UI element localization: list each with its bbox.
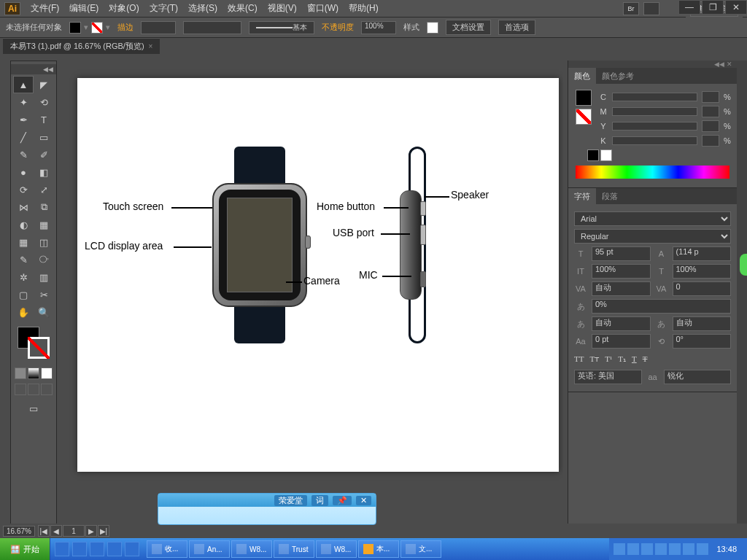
eraser-tool[interactable]: ◧: [34, 163, 54, 181]
blend-tool[interactable]: ⧂: [34, 251, 54, 268]
yellow-slider[interactable]: [612, 122, 697, 131]
pencil-tool[interactable]: ✐: [34, 146, 54, 163]
tray-icon[interactable]: [614, 543, 625, 555]
yellow-value[interactable]: [702, 120, 719, 132]
horizontal-scale[interactable]: 100%: [673, 264, 732, 279]
stroke-weight[interactable]: [141, 21, 176, 34]
mesh-tool[interactable]: ▦: [13, 233, 34, 251]
task-button[interactable]: An...: [189, 540, 230, 558]
tray-icon[interactable]: [697, 543, 708, 555]
lasso-tool[interactable]: ⟲: [34, 93, 54, 111]
stroke-profile[interactable]: 基本: [249, 21, 314, 34]
baseline-shift[interactable]: 0 pt: [592, 334, 651, 349]
screen-mode-full[interactable]: [28, 384, 39, 395]
perspective-tool[interactable]: ▦: [34, 216, 54, 233]
free-transform-tool[interactable]: ⧉: [34, 198, 54, 216]
restore-button[interactable]: ❐: [702, 0, 724, 15]
canvas[interactable]: Touch screen LCD display area Camera Hom…: [61, 61, 563, 538]
width-tool[interactable]: ⋈: [13, 198, 34, 216]
tools-collapse-icon[interactable]: ◀◀: [11, 64, 56, 74]
superscript-button[interactable]: T¹: [605, 354, 612, 364]
opacity-value[interactable]: 100%: [361, 21, 396, 34]
black-value[interactable]: [702, 135, 719, 147]
blob-brush-tool[interactable]: ●: [13, 163, 34, 181]
pen-tool[interactable]: ✒: [13, 111, 34, 128]
paintbrush-tool[interactable]: ✎: [13, 146, 34, 163]
font-weight[interactable]: Regular: [574, 229, 731, 244]
tab-character[interactable]: 字符: [568, 188, 596, 204]
ql-app1-icon[interactable]: [72, 542, 87, 556]
rotate-tool[interactable]: ⟳: [13, 181, 34, 198]
color-spectrum[interactable]: [576, 166, 729, 179]
task-button[interactable]: Trust: [274, 540, 314, 558]
leading[interactable]: (114 p: [673, 246, 732, 261]
task-button[interactable]: W8...: [231, 540, 272, 558]
menu-text[interactable]: 文字(T): [150, 2, 178, 15]
fill-swatch[interactable]: [69, 22, 81, 34]
screen-mode-presentation[interactable]: [41, 384, 53, 395]
menu-edit[interactable]: 编辑(E): [69, 2, 98, 15]
stroke-color[interactable]: [28, 337, 50, 359]
tab-color-guide[interactable]: 颜色参考: [596, 68, 640, 84]
shape-builder-tool[interactable]: ◐: [13, 216, 34, 233]
hand-tool[interactable]: ✋: [13, 303, 34, 321]
task-button[interactable]: 本...: [358, 540, 399, 558]
tray-icon[interactable]: [641, 543, 653, 555]
ime-close-button[interactable]: ✕: [356, 496, 371, 505]
right-dock-strip[interactable]: [737, 61, 747, 538]
bridge-icon[interactable]: Br: [623, 2, 639, 15]
tray-icon[interactable]: [669, 543, 681, 555]
tab-paragraph[interactable]: 段落: [596, 188, 624, 204]
ime-pin-button[interactable]: 📌: [333, 496, 352, 505]
ql-app2-icon[interactable]: [90, 542, 104, 556]
cyan-value[interactable]: [702, 91, 719, 103]
symbol-sprayer-tool[interactable]: ✲: [13, 268, 34, 286]
tracking[interactable]: 0: [673, 281, 732, 296]
black-slider[interactable]: [612, 136, 697, 145]
side-widget[interactable]: [740, 254, 747, 276]
zoom-tool[interactable]: 🔍: [34, 303, 54, 321]
menu-view[interactable]: 视图(V): [268, 2, 297, 15]
menu-help[interactable]: 帮助(H): [349, 2, 379, 15]
menu-object[interactable]: 对象(O): [109, 2, 139, 15]
tsume[interactable]: 0%: [592, 299, 731, 314]
panel-fill-swatch[interactable]: [576, 90, 592, 106]
magenta-value[interactable]: [702, 106, 719, 117]
aki-right[interactable]: 自动: [673, 316, 732, 331]
tab-color[interactable]: 颜色: [568, 68, 596, 84]
antialias[interactable]: 锐化: [664, 370, 732, 384]
language[interactable]: 英语: 美国: [574, 370, 642, 384]
gradient-tool[interactable]: ◫: [34, 233, 54, 251]
ql-app4-icon[interactable]: [125, 542, 139, 556]
font-size[interactable]: 95 pt: [592, 246, 651, 261]
aki-left[interactable]: 自动: [592, 316, 651, 331]
task-button[interactable]: 文...: [400, 540, 441, 558]
tray-icon[interactable]: [683, 543, 694, 555]
task-button[interactable]: W8...: [316, 540, 357, 558]
minimize-button[interactable]: —: [678, 0, 700, 15]
font-family[interactable]: Arial: [574, 211, 731, 226]
artboard-number[interactable]: 1: [63, 525, 85, 537]
graphic-style[interactable]: [427, 22, 438, 34]
underline-button[interactable]: T: [632, 354, 637, 364]
subscript-button[interactable]: T₁: [618, 354, 626, 364]
arrange-icon[interactable]: [643, 2, 659, 15]
none-swatch[interactable]: [574, 149, 586, 161]
document-tab[interactable]: 本易T3 (1).pdf @ 16.67% (RGB/预览) ×: [3, 38, 160, 54]
tray-icon[interactable]: [627, 543, 639, 555]
line-tool[interactable]: ╱: [13, 128, 34, 146]
fill-stroke-control[interactable]: [16, 325, 51, 360]
strikethrough-button[interactable]: T: [643, 354, 648, 364]
first-artboard-button[interactable]: |◀: [38, 525, 50, 537]
zoom-level[interactable]: 16.67%: [3, 526, 35, 537]
screen-mode-normal[interactable]: [15, 384, 26, 395]
rectangle-tool[interactable]: ▭: [34, 128, 54, 146]
artboard-tool[interactable]: ▢: [13, 286, 34, 303]
menu-effect[interactable]: 效果(C): [228, 2, 258, 15]
menu-select[interactable]: 选择(S): [188, 2, 217, 15]
direct-selection-tool[interactable]: ◤: [34, 76, 54, 93]
color-mode-gradient[interactable]: [28, 368, 39, 379]
menu-window[interactable]: 窗口(W): [307, 2, 338, 15]
magenta-slider[interactable]: [612, 107, 697, 116]
kerning[interactable]: 自动: [592, 281, 651, 296]
